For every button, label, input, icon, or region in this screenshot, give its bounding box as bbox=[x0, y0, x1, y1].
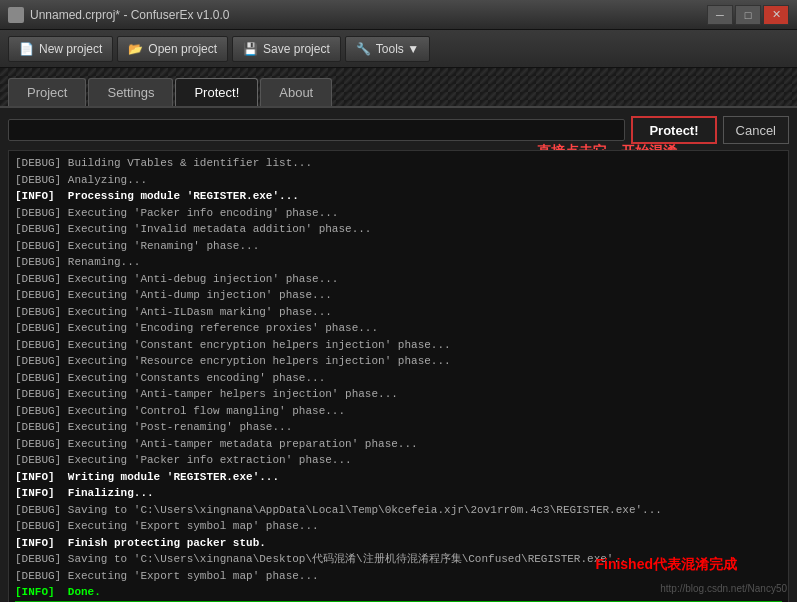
log-line: [DEBUG] Executing 'Packer info extractio… bbox=[15, 452, 782, 469]
log-line: [DEBUG] Executing 'Renaming' phase... bbox=[15, 238, 782, 255]
protect-button[interactable]: Protect! bbox=[631, 116, 716, 144]
log-line: [DEBUG] Executing 'Anti-dump injection' … bbox=[15, 287, 782, 304]
tools-button[interactable]: 🔧 Tools ▼ bbox=[345, 36, 430, 62]
titlebar-title: Unnamed.crproj* - ConfuserEx v1.0.0 bbox=[30, 8, 229, 22]
tab-about[interactable]: About bbox=[260, 78, 332, 106]
log-line: [DEBUG] Renaming... bbox=[15, 254, 782, 271]
app-icon bbox=[8, 7, 24, 23]
tools-icon: 🔧 bbox=[356, 42, 371, 56]
log-line: [DEBUG] Executing 'Encoding reference pr… bbox=[15, 320, 782, 337]
watermark: http://blog.csdn.net/Nancy50 bbox=[660, 583, 787, 594]
new-project-button[interactable]: 📄 New project bbox=[8, 36, 113, 62]
action-row: Protect! Cancel bbox=[8, 116, 789, 144]
tab-project[interactable]: Project bbox=[8, 78, 86, 106]
main-area: Project Settings Protect! About 直接点击它，开始… bbox=[0, 68, 797, 602]
open-icon: 📂 bbox=[128, 42, 143, 56]
log-line: [DEBUG] Saving to 'C:\Users\xingnana\Des… bbox=[15, 551, 782, 568]
save-project-button[interactable]: 💾 Save project bbox=[232, 36, 341, 62]
log-line: [INFO] Processing module 'REGISTER.exe'.… bbox=[15, 188, 782, 205]
log-line: [DEBUG] Executing 'Constants encoding' p… bbox=[15, 370, 782, 387]
log-line: [INFO] Writing module 'REGISTER.exe'... bbox=[15, 469, 782, 486]
titlebar: Unnamed.crproj* - ConfuserEx v1.0.0 ─ □ … bbox=[0, 0, 797, 30]
cancel-button[interactable]: Cancel bbox=[723, 116, 789, 144]
new-project-icon: 📄 bbox=[19, 42, 34, 56]
titlebar-left: Unnamed.crproj* - ConfuserEx v1.0.0 bbox=[8, 7, 229, 23]
tab-bar: Project Settings Protect! About bbox=[0, 68, 797, 106]
minimize-button[interactable]: ─ bbox=[707, 5, 733, 25]
log-line: [INFO] Finish protecting packer stub. bbox=[15, 535, 782, 552]
log-line: [DEBUG] Analyzing... bbox=[15, 172, 782, 189]
log-line: [DEBUG] Executing 'Packer info encoding'… bbox=[15, 205, 782, 222]
save-icon: 💾 bbox=[243, 42, 258, 56]
log-line: [DEBUG] Executing 'Export symbol map' ph… bbox=[15, 518, 782, 535]
tab-protect[interactable]: Protect! bbox=[175, 78, 258, 106]
tabs-container: Project Settings Protect! About 直接点击它，开始… bbox=[0, 68, 797, 106]
log-line: [INFO] Finalizing... bbox=[15, 485, 782, 502]
progress-bar bbox=[8, 119, 625, 141]
log-line: [DEBUG] Executing 'Anti-tamper helpers i… bbox=[15, 386, 782, 403]
log-line: [DEBUG] Executing 'Anti-tamper metadata … bbox=[15, 436, 782, 453]
toolbar: 📄 New project 📂 Open project 💾 Save proj… bbox=[0, 30, 797, 68]
log-line: [DEBUG] Executing 'Constant encryption h… bbox=[15, 337, 782, 354]
window-controls: ─ □ ✕ bbox=[707, 5, 789, 25]
log-line: [DEBUG] Building VTables & identifier li… bbox=[15, 155, 782, 172]
log-line: [DEBUG] Executing 'Post-renaming' phase.… bbox=[15, 419, 782, 436]
log-output[interactable]: [DEBUG] Building VTables & identifier li… bbox=[8, 150, 789, 602]
log-line: [DEBUG] Executing 'Control flow mangling… bbox=[15, 403, 782, 420]
close-button[interactable]: ✕ bbox=[763, 5, 789, 25]
log-line: [DEBUG] Saving to 'C:\Users\xingnana\App… bbox=[15, 502, 782, 519]
content-panel: Protect! Cancel [DEBUG] Building VTables… bbox=[0, 106, 797, 602]
log-line: [DEBUG] Executing 'Anti-ILDasm marking' … bbox=[15, 304, 782, 321]
log-line: [DEBUG] Executing 'Invalid metadata addi… bbox=[15, 221, 782, 238]
restore-button[interactable]: □ bbox=[735, 5, 761, 25]
log-line: [DEBUG] Executing 'Resource encryption h… bbox=[15, 353, 782, 370]
open-project-button[interactable]: 📂 Open project bbox=[117, 36, 228, 62]
tab-settings[interactable]: Settings bbox=[88, 78, 173, 106]
log-line: [DEBUG] Executing 'Anti-debug injection'… bbox=[15, 271, 782, 288]
log-line: [DEBUG] Executing 'Export symbol map' ph… bbox=[15, 568, 782, 585]
